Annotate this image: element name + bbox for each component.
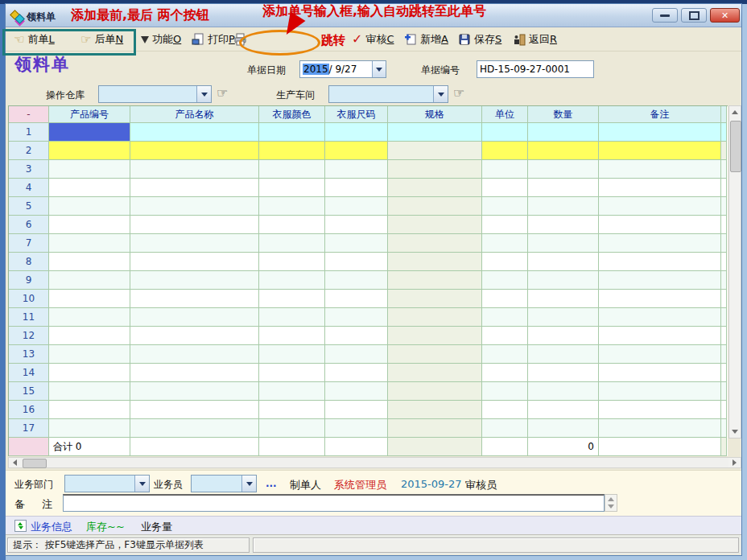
grid-cell[interactable] <box>130 123 259 142</box>
grid-cell[interactable] <box>528 142 599 160</box>
doc-no-field[interactable]: HD-15-09-27-0001 <box>477 60 594 78</box>
grid-cell[interactable] <box>528 160 599 179</box>
grid-cell[interactable] <box>130 216 259 234</box>
row-number[interactable]: 2 <box>9 142 49 160</box>
grid-cell[interactable] <box>388 308 482 327</box>
row-number[interactable]: 12 <box>9 327 49 345</box>
grid-cell[interactable] <box>325 253 388 271</box>
grid-cell[interactable] <box>482 123 528 142</box>
grid-cell[interactable] <box>599 271 721 290</box>
grid-cell[interactable] <box>325 419 388 438</box>
grid-cell[interactable] <box>482 179 528 197</box>
titlebar[interactable]: 领料单 ✕ <box>6 4 741 27</box>
grid-cell[interactable] <box>49 179 130 197</box>
grid-cell[interactable] <box>49 419 130 438</box>
salesman-dropdown-button[interactable] <box>241 476 256 492</box>
printer-setup-button[interactable] <box>232 31 249 48</box>
grid-cell[interactable] <box>259 364 325 382</box>
grid-cell[interactable] <box>482 142 528 160</box>
grid-cell[interactable] <box>599 160 721 179</box>
horizontal-scroll-thumb[interactable] <box>23 459 47 468</box>
grid-cell[interactable] <box>49 345 130 364</box>
grid-cell[interactable] <box>49 290 130 308</box>
grid-cell[interactable] <box>259 401 325 419</box>
scroll-right-button[interactable] <box>728 458 741 467</box>
grid-cell[interactable] <box>49 364 130 382</box>
stock-link[interactable]: 库存~~ <box>86 520 125 534</box>
grid-cell[interactable] <box>482 216 528 234</box>
row-number[interactable]: 5 <box>9 197 49 216</box>
grid-cell[interactable] <box>325 179 388 197</box>
workshop-picker-finger-icon[interactable]: ☞ <box>453 87 464 100</box>
grid-cell[interactable] <box>599 179 721 197</box>
grid-cell[interactable] <box>130 234 259 253</box>
grid-cell[interactable] <box>388 419 482 438</box>
grid-cell[interactable] <box>49 216 130 234</box>
grid-cell[interactable] <box>599 123 721 142</box>
grid-cell[interactable] <box>599 308 721 327</box>
grid-cell[interactable] <box>130 308 259 327</box>
grid-cell[interactable] <box>49 308 130 327</box>
row-number[interactable]: 17 <box>9 419 49 438</box>
close-button[interactable]: ✕ <box>710 8 740 23</box>
back-button[interactable]: 返回R <box>511 31 559 48</box>
grid-cell[interactable] <box>528 123 599 142</box>
grid-cell[interactable] <box>325 197 388 216</box>
grid-cell[interactable] <box>482 382 528 401</box>
grid-cell[interactable] <box>259 160 325 179</box>
grid-cell[interactable] <box>599 197 721 216</box>
grid-cell[interactable] <box>130 197 259 216</box>
grid-cell[interactable] <box>259 290 325 308</box>
scroll-left-button[interactable] <box>9 458 21 467</box>
prev-doc-button[interactable]: ☜ 前单L <box>12 31 56 48</box>
grid-cell[interactable] <box>528 364 599 382</box>
grid-cell[interactable] <box>49 123 130 142</box>
grid-cell[interactable] <box>259 216 325 234</box>
row-number[interactable]: 15 <box>9 382 49 401</box>
row-number[interactable]: 3 <box>9 160 49 179</box>
add-button[interactable]: 新增A <box>402 31 450 48</box>
grid-cell[interactable] <box>528 179 599 197</box>
grid-cell[interactable] <box>599 290 721 308</box>
grid-cell[interactable] <box>388 327 482 345</box>
grid-cell[interactable] <box>49 253 130 271</box>
grid-cell[interactable] <box>130 419 259 438</box>
grid-cell[interactable] <box>482 197 528 216</box>
grid-cell[interactable] <box>325 160 388 179</box>
save-button[interactable]: 保存S <box>456 31 503 48</box>
warehouse-combo[interactable] <box>98 85 212 103</box>
vertical-scroll-thumb[interactable] <box>730 121 741 172</box>
grid-cell[interactable] <box>388 271 482 290</box>
grid-cell[interactable] <box>388 253 482 271</box>
grid-cell[interactable] <box>49 327 130 345</box>
grid-cell[interactable] <box>259 142 325 160</box>
grid-cell[interactable] <box>388 197 482 216</box>
grid-cell[interactable] <box>528 271 599 290</box>
more-button[interactable]: ... <box>266 478 277 489</box>
grid-cell[interactable] <box>388 142 482 160</box>
grid-cell[interactable] <box>482 345 528 364</box>
row-number[interactable]: 16 <box>9 401 49 419</box>
grid-cell[interactable] <box>130 271 259 290</box>
grid-cell[interactable] <box>388 123 482 142</box>
grid-cell[interactable] <box>325 234 388 253</box>
grid-cell[interactable] <box>325 327 388 345</box>
row-number[interactable]: 13 <box>9 345 49 364</box>
row-number[interactable]: 4 <box>9 179 49 197</box>
grid-cell[interactable] <box>482 308 528 327</box>
grid-cell[interactable] <box>388 290 482 308</box>
grid-cell[interactable] <box>130 253 259 271</box>
grid-cell[interactable] <box>599 234 721 253</box>
grid-cell[interactable] <box>325 290 388 308</box>
warehouse-picker-finger-icon[interactable]: ☞ <box>217 87 228 100</box>
grid-cell[interactable] <box>49 401 130 419</box>
grid-cell[interactable] <box>259 308 325 327</box>
grid-cell[interactable] <box>325 216 388 234</box>
grid-cell[interactable] <box>49 142 130 160</box>
grid-cell[interactable] <box>388 160 482 179</box>
volume-link[interactable]: 业务量 <box>141 520 172 534</box>
grid-cell[interactable] <box>599 419 721 438</box>
grid-cell[interactable] <box>130 160 259 179</box>
grid-cell[interactable] <box>528 216 599 234</box>
grid-cell[interactable] <box>325 142 388 160</box>
